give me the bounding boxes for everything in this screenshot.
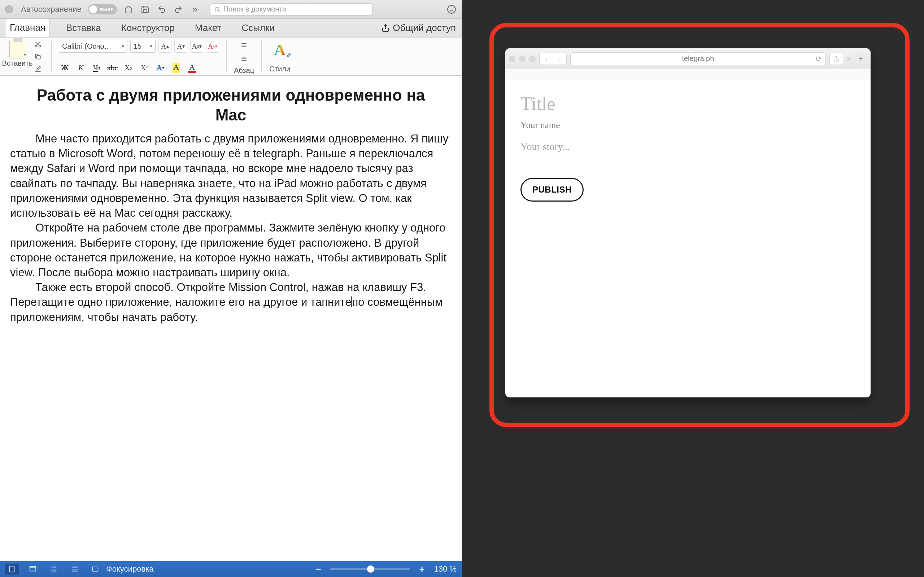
svg-point-0 xyxy=(215,7,219,11)
autosave-toggle[interactable]: выкл. xyxy=(88,4,117,15)
window-controls[interactable] xyxy=(509,56,536,62)
tab-insert[interactable]: Вставка xyxy=(63,19,105,37)
document-title: Работа с двумя приложениями одновременно… xyxy=(21,85,441,125)
share-icon xyxy=(381,24,390,32)
focus-mode-button[interactable]: Фокусировка xyxy=(91,564,153,574)
publish-button[interactable]: PUBLISH xyxy=(520,178,584,201)
copy-button[interactable] xyxy=(32,52,44,61)
focus-icon xyxy=(91,566,100,573)
more-icon[interactable]: » xyxy=(190,4,200,15)
svg-point-3 xyxy=(39,45,41,47)
home-icon[interactable] xyxy=(123,4,134,15)
italic-button[interactable]: К xyxy=(75,62,87,73)
address-bar[interactable]: telegra.ph ⟳ xyxy=(570,52,826,65)
redo-icon[interactable] xyxy=(173,4,183,15)
text-effects-button[interactable]: A▾ xyxy=(154,62,166,73)
change-case-button[interactable]: Aa▾ xyxy=(190,40,203,53)
tab-layout[interactable]: Макет xyxy=(191,19,225,37)
view-draft[interactable] xyxy=(68,564,82,574)
align-justify-button[interactable] xyxy=(239,53,249,64)
ribbon-tabs: Главная Вставка Конструктор Макет Ссылки… xyxy=(0,19,462,37)
search-placeholder: Поиск в документе xyxy=(223,5,287,13)
window-control-dot[interactable] xyxy=(5,5,13,13)
zoom-level: 130 % xyxy=(434,564,457,574)
tab-references[interactable]: Ссылки xyxy=(238,19,278,37)
zoom-out-button[interactable]: − xyxy=(315,564,321,575)
font-size-combo[interactable]: 15▾ xyxy=(130,40,155,53)
safari-toolbar: ‹ › telegra.ph ⟳ » + xyxy=(505,48,871,69)
document-paragraph: Мне часто приходится работать с двумя пр… xyxy=(10,131,452,220)
tab-design[interactable]: Конструктор xyxy=(118,19,178,37)
telegraph-title-field[interactable]: Title xyxy=(520,93,855,114)
autosave-label: Автосохранение xyxy=(21,5,82,14)
undo-icon[interactable] xyxy=(157,4,167,15)
format-painter-button[interactable] xyxy=(32,64,44,74)
view-print-layout[interactable] xyxy=(5,564,19,574)
telegraph-editor[interactable]: Title Your name Your story... PUBLISH xyxy=(505,80,871,397)
svg-rect-4 xyxy=(37,56,40,59)
search-icon xyxy=(214,6,221,13)
svg-rect-7 xyxy=(93,567,98,571)
svg-point-2 xyxy=(36,45,37,47)
document-search[interactable]: Поиск в документе xyxy=(210,3,373,16)
shrink-font-button[interactable]: A▾ xyxy=(174,40,187,53)
word-window: Автосохранение выкл. » Поиск в документе… xyxy=(0,0,462,577)
font-group: Calibri (Осно…▾ 15▾ A▴ A▾ Aa▾ A⊘ Ж К Ч▾ … xyxy=(57,40,221,73)
document-body[interactable]: Работа с двумя приложениями одновременно… xyxy=(0,76,462,561)
share-button[interactable] xyxy=(829,53,843,65)
paragraph-group: Абзац xyxy=(232,40,256,73)
share-button[interactable]: Общий доступ xyxy=(381,23,456,37)
address-text: telegra.ph xyxy=(682,55,714,63)
svg-point-1 xyxy=(447,5,456,13)
grow-font-button[interactable]: A▴ xyxy=(158,40,171,53)
highlight-button[interactable]: A xyxy=(170,62,182,73)
tab-home[interactable]: Главная xyxy=(6,19,50,37)
right-pane: ‹ › telegra.ph ⟳ » + Title Your name You… xyxy=(462,0,924,577)
underline-button[interactable]: Ч▾ xyxy=(90,62,103,73)
document-paragraph: Также есть второй способ. Откройте Missi… xyxy=(10,280,452,324)
font-color-button[interactable]: A xyxy=(186,62,198,73)
clipboard-group: Вставить xyxy=(3,40,46,73)
svg-rect-6 xyxy=(30,567,36,571)
telegraph-story-field[interactable]: Your story... xyxy=(520,141,855,153)
feedback-smiley-icon[interactable] xyxy=(446,4,457,15)
cut-button[interactable] xyxy=(32,40,44,49)
strike-button[interactable]: abc xyxy=(107,62,119,73)
font-name-combo[interactable]: Calibri (Осно…▾ xyxy=(59,40,128,53)
safari-tabrow xyxy=(505,69,871,80)
styles-group[interactable]: A Стили xyxy=(267,40,293,73)
telegraph-name-field[interactable]: Your name xyxy=(520,120,855,130)
safari-window: ‹ › telegra.ph ⟳ » + Title Your name You… xyxy=(505,48,871,397)
align-left-button[interactable] xyxy=(239,40,249,50)
subscript-button[interactable]: X₂ xyxy=(122,62,135,73)
paste-button[interactable]: Вставить xyxy=(6,40,29,68)
svg-rect-5 xyxy=(10,566,15,572)
superscript-button[interactable]: X² xyxy=(138,62,150,73)
save-icon[interactable] xyxy=(140,4,150,15)
back-button[interactable]: ‹ xyxy=(539,53,553,65)
bold-button[interactable]: Ж xyxy=(59,62,71,73)
tabs-overflow-icon[interactable]: » xyxy=(847,54,851,63)
zoom-slider[interactable] xyxy=(330,568,410,570)
document-paragraph: Откройте на рабочем столе две программы.… xyxy=(10,220,452,280)
word-titlebar: Автосохранение выкл. » Поиск в документе xyxy=(0,0,462,19)
new-tab-button[interactable]: + xyxy=(855,53,867,65)
reload-icon[interactable]: ⟳ xyxy=(816,55,822,63)
view-outline[interactable] xyxy=(47,564,61,574)
clear-format-button[interactable]: A⊘ xyxy=(206,40,219,53)
ribbon: Вставить Calibri (Осно…▾ 15▾ A▴ A▾ Aa▾ xyxy=(0,37,462,76)
forward-button[interactable]: › xyxy=(553,53,567,65)
view-web-layout[interactable] xyxy=(26,564,40,574)
word-statusbar: Фокусировка − + 130 % xyxy=(0,561,462,577)
paintbrush-icon xyxy=(285,53,291,59)
styles-icon: A xyxy=(274,41,286,59)
clipboard-icon xyxy=(10,40,25,58)
zoom-in-button[interactable]: + xyxy=(419,564,425,575)
